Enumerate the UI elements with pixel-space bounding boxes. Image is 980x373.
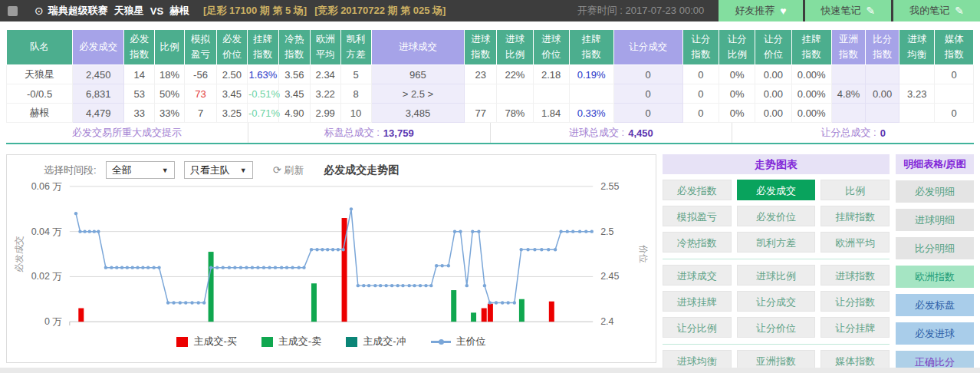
table-cell: 33% (155, 104, 185, 123)
svg-text:2.4: 2.4 (600, 316, 613, 327)
column-header: 进球价位 (533, 30, 569, 65)
volume-bar-buy (549, 302, 554, 322)
table-cell: 14 (124, 65, 155, 84)
detail-view-button[interactable]: 必发进球 (896, 322, 974, 345)
table-cell: 0.00% (791, 104, 831, 123)
detail-panel-title: 明细表格/原图 (896, 154, 974, 174)
quick-note-button[interactable]: 快速笔记✎ (805, 0, 892, 21)
table-cell: 5 (340, 65, 371, 84)
summary-cell: 必发交易所重大成交提示 (6, 123, 248, 143)
time-range-select[interactable]: 全部 ▼ (106, 161, 175, 179)
table-cell: 2,450 (73, 65, 124, 84)
match-select-checkbox[interactable] (8, 6, 18, 16)
table-cell: 53 (124, 84, 155, 104)
detail-view-button[interactable]: 必发明细 (896, 180, 974, 203)
team-name-cell: 天狼星 (7, 65, 73, 84)
trend-chart-button[interactable]: 进球成交 (663, 265, 732, 286)
trend-chart-button[interactable]: 挂牌指数 (821, 206, 890, 226)
column-header: 队名 (7, 30, 73, 65)
column-header: 必发成交 (73, 30, 124, 65)
lottery-round-tag: [足彩 17100 期 第 5 场] (203, 4, 307, 18)
refresh-button[interactable]: ⟳ 刷新 (273, 163, 304, 177)
detail-view-button[interactable]: 欧洲指数 (896, 266, 974, 288)
table-cell: 965 (371, 65, 465, 84)
detail-view-button[interactable]: 必发标盘 (896, 294, 974, 316)
table-row: 赫根4,4793333%73.25-0.71%4.902.99103,48577… (7, 104, 974, 123)
table-cell: 78% (497, 104, 533, 123)
trend-chart-button[interactable]: 让分成交 (737, 291, 816, 312)
table-cell: 0.00 (755, 84, 791, 104)
table-cell: 3.45 (278, 84, 310, 104)
trend-chart-button[interactable]: 欧洲平均 (821, 232, 890, 253)
volume-bar-sell (471, 312, 476, 322)
summary-cell: 进球总成交 :4,450 (491, 123, 733, 143)
trend-chart-button[interactable]: 凯利方差 (737, 232, 816, 253)
table-cell: 10 (340, 104, 371, 123)
column-header: 凯利方差 (340, 30, 371, 65)
trend-chart-button[interactable]: 让分挂牌 (821, 317, 890, 338)
table-cell: 0 (682, 104, 719, 123)
table-cell: 1.84 (533, 104, 569, 123)
table-cell: 0.00 (755, 65, 791, 84)
table-cell: 0 (613, 104, 682, 123)
trend-chart-button[interactable]: 让分价位 (737, 317, 816, 338)
table-cell: -0.51% (247, 84, 278, 104)
live-match-icon: ⊙ (35, 5, 44, 17)
detail-view-button[interactable]: 比分明细 (896, 237, 974, 259)
trend-chart-button[interactable]: 进球指数 (821, 265, 890, 286)
summary-value: 13,759 (383, 127, 414, 139)
table-cell (866, 104, 899, 123)
trend-chart-button[interactable]: 必发指数 (663, 180, 732, 200)
my-note-button[interactable]: 我的笔记✎ (893, 0, 980, 21)
chart-controls: 选择时间段: 全部 ▼ 只看主队 ▼ ⟳ 刷新 必发成交走势图 (12, 158, 651, 180)
summary-row: 必发交易所重大成交提示标盘总成交 :13,759进球总成交 :4,450让分总成… (6, 123, 974, 144)
column-header: 挂牌指数 (247, 30, 278, 65)
note-icon: ✎ (867, 5, 876, 17)
trend-chart-button[interactable]: 进球比例 (737, 265, 816, 286)
trend-chart-button[interactable]: 进球挂牌 (663, 291, 732, 312)
table-cell (569, 84, 613, 104)
trend-chart-button[interactable]: 比例 (821, 180, 890, 200)
trend-chart-button[interactable]: 冷热指数 (663, 232, 732, 253)
column-header: 进球成交 (371, 30, 465, 65)
kickoff-time: 开赛时间 : 2017-07-23 00:00 (577, 0, 716, 21)
table-row: -0/0.56,8315350%733.45-0.51%3.453.228> 2… (7, 84, 974, 104)
table-cell (899, 65, 935, 84)
detail-view-button[interactable]: 进球明细 (896, 209, 974, 231)
header-buttons: 好友推荐♥快速笔记✎我的笔记✎ (716, 0, 980, 21)
chart-legend: 主成交-买主成交-卖主成交-冲主价位 (12, 334, 651, 352)
legend-label: 主成交-卖 (278, 335, 321, 348)
table-cell: 77 (465, 104, 497, 123)
table-cell: -56 (185, 65, 217, 84)
summary-cell: 让分总成交 :0 (732, 123, 974, 143)
svg-text:2.55: 2.55 (600, 181, 619, 192)
team-filter-select[interactable]: 只看主队 ▼ (184, 161, 253, 179)
volume-bar-buy (488, 304, 493, 322)
table-cell: -0.71% (247, 104, 278, 123)
column-header: 进球指数 (465, 30, 497, 65)
summary-value: 4,450 (628, 127, 653, 139)
table-cell: 2.18 (533, 65, 569, 84)
friend-recommend-button[interactable]: 好友推荐♥ (719, 0, 802, 21)
summary-label: 让分总成交 : (821, 126, 876, 140)
svg-text:2.45: 2.45 (600, 271, 619, 282)
trend-chart-button[interactable]: 必发成交 (737, 180, 816, 200)
button-label: 好友推荐 (735, 4, 774, 18)
legend-line-icon (431, 341, 451, 343)
svg-text:2.5: 2.5 (600, 226, 613, 237)
legend-item: 主成交-冲 (346, 335, 406, 348)
vs-label: VS (150, 5, 163, 17)
column-header: 比分指数 (866, 30, 899, 65)
table-cell: 73 (185, 84, 217, 104)
table-cell: 0.00% (791, 65, 831, 84)
trend-chart-button[interactable]: 模拟盈亏 (663, 206, 732, 226)
table-cell: > 2.5 > (371, 84, 465, 104)
legend-swatch (346, 337, 357, 347)
volume-bar-sell (519, 299, 525, 322)
trend-chart-button[interactable]: 必发价位 (737, 206, 816, 226)
league-name: 瑞典超级联赛 (48, 4, 108, 18)
summary-cell: 标盘总成交 :13,759 (248, 123, 491, 143)
table-cell: 0.33% (569, 104, 613, 123)
trend-chart-button[interactable]: 让分指数 (821, 291, 890, 312)
trend-chart-button[interactable]: 让分比例 (663, 317, 732, 338)
